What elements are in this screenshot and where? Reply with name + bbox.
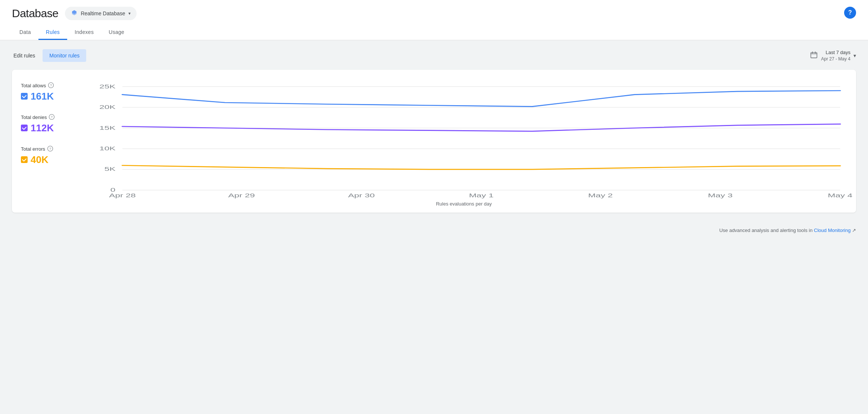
legend-denies: Total denies ? 112K [21, 114, 75, 134]
svg-rect-0 [811, 53, 817, 58]
svg-text:5K: 5K [104, 166, 116, 172]
denies-value: 112K [31, 122, 54, 134]
db-selector-arrow-icon: ▾ [128, 11, 131, 16]
db-selector-label: Realtime Database [81, 10, 125, 16]
chart-area: .grid-line { stroke: #e0e0e0; stroke-wid… [81, 79, 847, 207]
svg-text:?: ? [49, 147, 51, 151]
svg-text:?: ? [50, 84, 52, 87]
date-dropdown-arrow-icon: ▾ [853, 53, 856, 59]
toolbar: Edit rules Monitor rules Last 7 days Apr… [12, 49, 856, 62]
allows-value: 161K [31, 91, 54, 102]
footer-note-text: Use advanced analysis and alerting tools… [719, 228, 812, 233]
calendar-icon [810, 51, 818, 61]
tab-data[interactable]: Data [12, 25, 38, 40]
allows-checkbox[interactable] [21, 93, 28, 100]
footer-note: Use advanced analysis and alerting tools… [0, 222, 868, 239]
denies-help-icon[interactable]: ? [49, 114, 54, 121]
external-link-icon: ↗ [852, 228, 856, 233]
chart-card: Total allows ? 161K Total denies ? [12, 70, 856, 213]
legend-errors-label: Total errors [21, 146, 45, 152]
tab-usage[interactable]: Usage [101, 25, 132, 40]
date-period-label: Last 7 days [826, 49, 851, 56]
svg-text:May 2: May 2 [588, 192, 613, 198]
main-content: Edit rules Monitor rules Last 7 days Apr… [0, 40, 868, 222]
chart-legend: Total allows ? 161K Total denies ? [21, 79, 81, 207]
edit-rules-button[interactable]: Edit rules [12, 50, 37, 62]
allows-help-icon[interactable]: ? [48, 82, 54, 89]
errors-value: 40K [31, 154, 49, 166]
chart-svg: .grid-line { stroke: #e0e0e0; stroke-wid… [81, 79, 847, 198]
svg-text:Apr 30: Apr 30 [348, 192, 375, 198]
help-icon[interactable]: ? [844, 7, 856, 19]
svg-text:Apr 29: Apr 29 [228, 192, 255, 198]
svg-text:0: 0 [110, 187, 116, 192]
tab-indexes[interactable]: Indexes [67, 25, 101, 40]
svg-text:Apr 28: Apr 28 [109, 192, 135, 198]
tab-rules[interactable]: Rules [38, 25, 67, 40]
svg-text:May 1: May 1 [469, 192, 494, 198]
date-range-selector[interactable]: Last 7 days Apr 27 - May 4 ▾ [810, 49, 856, 62]
db-selector-button[interactable]: Realtime Database ▾ [65, 7, 136, 20]
nav-tabs: Data Rules Indexes Usage [12, 25, 856, 40]
date-range-label: Apr 27 - May 4 [821, 56, 850, 62]
legend-allows: Total allows ? 161K [21, 82, 75, 102]
db-icon [71, 9, 78, 18]
svg-text:?: ? [51, 115, 53, 119]
errors-checkbox[interactable] [21, 156, 28, 163]
svg-text:May 4: May 4 [828, 192, 852, 198]
svg-text:15K: 15K [99, 125, 115, 131]
page-header: Database Realtime Database ▾ Data Rules … [0, 0, 868, 40]
monitor-rules-button[interactable]: Monitor rules [43, 49, 86, 62]
errors-help-icon[interactable]: ? [47, 146, 53, 153]
svg-text:10K: 10K [99, 145, 115, 151]
svg-text:May 3: May 3 [708, 192, 733, 198]
svg-text:25K: 25K [99, 84, 115, 89]
cloud-monitoring-link[interactable]: Cloud Monitoring [814, 228, 850, 233]
denies-checkbox[interactable] [21, 125, 28, 131]
page-title: Database [12, 7, 58, 20]
chart-x-axis-label: Rules evaluations per day [81, 201, 847, 207]
legend-allows-label: Total allows [21, 83, 46, 88]
legend-errors: Total errors ? 40K [21, 146, 75, 166]
legend-denies-label: Total denies [21, 115, 47, 120]
svg-text:20K: 20K [99, 104, 115, 110]
